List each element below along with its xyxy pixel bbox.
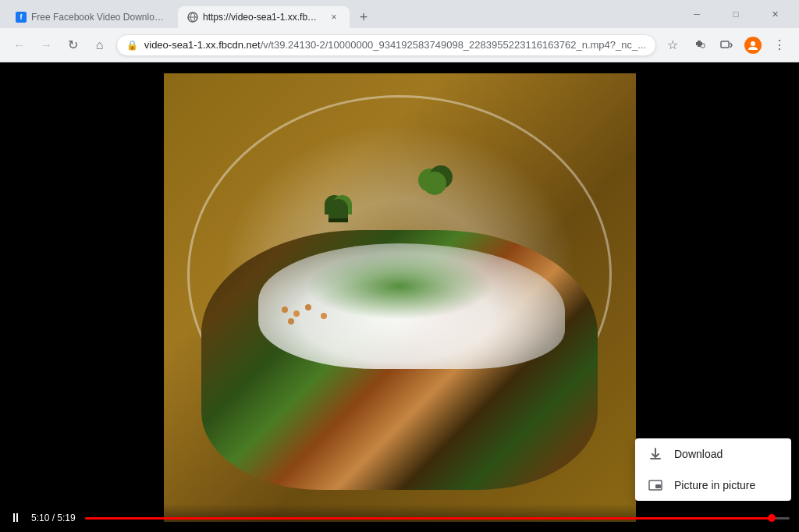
svg-point-4 xyxy=(751,41,755,46)
progress-bar[interactable] xyxy=(85,517,790,520)
url-domain: video-sea1-1.xx.fbcdn.net xyxy=(144,39,261,51)
left-black-bar xyxy=(0,62,166,532)
maximize-button[interactable]: □ xyxy=(718,0,754,28)
download-icon xyxy=(648,446,663,462)
tab1-title: Free Facebook Video Downloade... xyxy=(31,12,169,23)
bookmark-button[interactable]: ☆ xyxy=(662,34,683,56)
refresh-button[interactable]: ↻ xyxy=(62,34,83,56)
extensions-button[interactable] xyxy=(689,34,709,56)
minimize-button[interactable]: ─ xyxy=(679,0,715,28)
lock-icon: 🔒 xyxy=(126,40,138,51)
window-controls: ─ □ ✕ xyxy=(679,0,793,28)
time-display: 5:10 / 5:19 xyxy=(31,512,76,523)
tab-2[interactable]: https://video-sea1-1.xx.fbcd... × xyxy=(178,6,350,28)
tab1-favicon: f xyxy=(16,12,27,23)
url-text: video-sea1-1.xx.fbcdn.net/v/t39.24130-2/… xyxy=(144,39,646,51)
play-pause-button[interactable]: ⏸ xyxy=(6,511,25,525)
close-button[interactable]: ✕ xyxy=(757,0,793,28)
picture-in-picture-menu-item[interactable]: Picture in picture xyxy=(635,470,791,501)
video-container: ⏸ 5:10 / 5:19 Download xyxy=(0,62,799,532)
svg-rect-5 xyxy=(650,458,661,459)
url-path: /v/t39.24130-2/10000000_934192583749098_… xyxy=(261,39,646,51)
pip-icon xyxy=(648,477,663,493)
profile-button[interactable] xyxy=(743,34,763,56)
svg-rect-7 xyxy=(655,484,661,488)
video-frame xyxy=(164,73,636,522)
home-button[interactable]: ⌂ xyxy=(90,34,110,56)
chickpeas xyxy=(282,307,288,313)
leaves xyxy=(305,253,494,320)
new-tab-button[interactable]: + xyxy=(353,6,375,28)
svg-rect-3 xyxy=(721,41,729,48)
profile-avatar xyxy=(744,37,762,54)
video-controls: ⏸ 5:10 / 5:19 xyxy=(0,504,799,532)
address-bar: ← → ↻ ⌂ 🔒 video-sea1-1.xx.fbcdn.net/v/t3… xyxy=(0,28,799,62)
progress-fill xyxy=(85,517,772,520)
tab2-close-button[interactable]: × xyxy=(328,11,340,23)
browser-frame: f Free Facebook Video Downloade... https… xyxy=(0,0,799,532)
download-label: Download xyxy=(674,448,723,460)
pip-label: Picture in picture xyxy=(674,479,755,491)
download-menu-item[interactable]: Download xyxy=(635,438,791,470)
more-menu-button[interactable]: ⋮ xyxy=(769,34,790,56)
context-menu: Download Picture in picture xyxy=(635,438,791,501)
back-button[interactable]: ← xyxy=(9,34,30,56)
tab-strip: f Free Facebook Video Downloade... https… xyxy=(6,0,679,28)
forward-button[interactable]: → xyxy=(36,34,56,56)
tab-1[interactable]: f Free Facebook Video Downloade... xyxy=(6,6,178,28)
tab2-title: https://video-sea1-1.xx.fbcd... xyxy=(203,12,320,23)
tab2-favicon xyxy=(187,12,198,23)
progress-dot xyxy=(768,514,776,522)
cast-button[interactable] xyxy=(716,34,736,56)
url-bar[interactable]: 🔒 video-sea1-1.xx.fbcdn.net/v/t39.24130-… xyxy=(116,34,656,56)
broccoli-1 xyxy=(328,199,348,218)
title-bar: f Free Facebook Video Downloade... https… xyxy=(0,0,799,28)
